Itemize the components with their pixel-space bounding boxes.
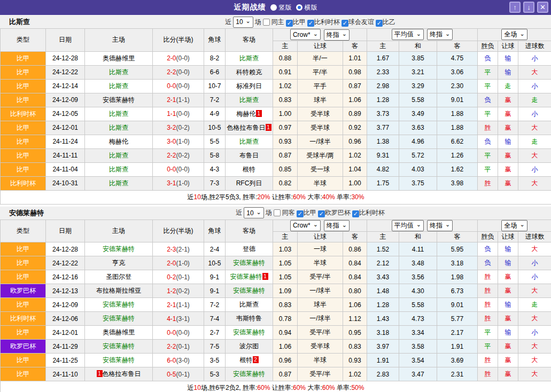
result-cell: 平 — [478, 340, 498, 354]
radio-icon-horizontal[interactable] — [296, 4, 302, 11]
league-type-cell: 比甲 — [1, 65, 46, 79]
score-cell: 0-0(0-0) — [153, 162, 204, 176]
away-team: 比斯查 — [226, 135, 273, 148]
league-checkbox[interactable]: ✓ — [342, 20, 348, 27]
move-down-button[interactable]: ↓ — [523, 2, 534, 13]
home-team-name: 色格拉布鲁日 — [103, 370, 141, 378]
away-team-name: 布鲁日 — [239, 152, 259, 159]
handicap-odds-cell: 一/球半 — [298, 135, 343, 148]
home-team: 梅赫伦 — [85, 135, 153, 148]
score-cell: 3-0(1-0) — [153, 135, 204, 148]
europe-odds-cell: 3.85 — [399, 51, 437, 65]
filter-controls: 近10⌄场 同客✓比甲✓欧罗巴杯✓比利时杯 — [236, 207, 385, 218]
final-odds-select[interactable]: 终指⌄ — [324, 29, 350, 41]
match-date: 24-10-31 — [46, 176, 85, 190]
same-venue-checkbox[interactable] — [263, 19, 270, 26]
home-team-name: 梅赫伦 — [109, 138, 128, 145]
close-button[interactable]: ✕ — [537, 2, 548, 13]
home-team: 比斯查 — [85, 176, 153, 190]
fulltime-score: 2-0 — [167, 54, 176, 62]
move-up-button[interactable]: ↑ — [509, 2, 521, 13]
handicap-odds-cell: 0.80 — [343, 284, 367, 298]
result-cell: 赢 — [498, 284, 518, 298]
bookmaker-select[interactable]: Crow*⌄ — [290, 220, 321, 231]
result-cell: 胜 — [478, 176, 498, 190]
corners-cell: 7-3 — [204, 176, 226, 190]
handicap-odds-cell: 1.05 — [273, 256, 298, 270]
summary-segment: 60% — [257, 384, 270, 391]
header-row-groups: 类型日期主场比分(半场)角球客场Crow*⌄终指⌄平均值⌄终指⌄全场⌄ — [1, 219, 551, 232]
league-filter: ✓比乙 — [376, 18, 395, 27]
europe-odds-cell: 9.31 — [367, 148, 399, 162]
handicap-odds-cell: 1.00 — [343, 176, 367, 190]
average-odds-select[interactable]: 平均值⌄ — [392, 220, 424, 231]
sub-column-header: 让球 — [498, 232, 518, 242]
europe-odds-cell: 6.73 — [437, 284, 478, 298]
summary-segment: 10 — [194, 193, 201, 201]
europe-odds-cell: 4.75 — [437, 51, 478, 65]
red-card-badge: 2 — [253, 356, 259, 363]
final-odds-select-2[interactable]: 终指⌄ — [427, 220, 453, 231]
home-team: 比斯查 — [85, 79, 153, 93]
handicap-odds-cell: 球半 — [298, 93, 343, 107]
average-odds-select[interactable]: 平均值⌄ — [392, 29, 424, 40]
handicap-odds-cell: 0.94 — [273, 326, 298, 340]
bookmaker-select[interactable]: Crow*⌄ — [290, 29, 321, 40]
fulltime-select[interactable]: 全场⌄ — [501, 220, 527, 231]
sub-column-header: 主 — [273, 232, 298, 242]
match-row: 比甲24-12-09安德莱赫特2-1(1-1)7-2比斯查0.83球半1.061… — [1, 93, 551, 107]
result-cell: 赢 — [498, 176, 518, 190]
layout-radio-horizontal[interactable]: 横版 — [296, 3, 317, 12]
halftime-score: (1-1) — [176, 301, 190, 309]
away-team-name: 安德莱赫特 — [233, 328, 265, 336]
result-cell: 平 — [478, 162, 498, 176]
match-row: 比甲24-12-28安德莱赫特2-3(2-1)2-4登德1.03一球0.861.… — [1, 242, 551, 256]
result-cell: 胜 — [478, 270, 498, 284]
league-label: 欧罗巴杯 — [325, 209, 351, 216]
result-cell: 小 — [518, 162, 551, 176]
summary-segment: 场,胜6平2负2, 胜率: — [201, 384, 257, 391]
halftime-score: (3-1) — [176, 315, 190, 323]
fulltime-select[interactable]: 全场⌄ — [501, 29, 527, 40]
fulltime-score: 3-0 — [167, 138, 176, 145]
league-label: 比甲 — [304, 209, 316, 216]
league-checkbox[interactable]: ✓ — [352, 210, 359, 217]
away-team-name: 比斯查 — [239, 96, 259, 104]
handicap-odds-cell: 半球 — [298, 176, 343, 190]
recent-count-select[interactable]: 10⌄ — [233, 17, 253, 28]
europe-odds-cell: 1.28 — [367, 93, 399, 107]
score-cell: 0-5(0-1) — [153, 367, 204, 381]
europe-odds-cell: 5.72 — [399, 148, 437, 162]
final-odds-select[interactable]: 终指⌄ — [324, 220, 350, 231]
league-type-cell: 比甲 — [1, 354, 46, 367]
europe-odds-cell: 4.30 — [399, 284, 437, 298]
away-team: 安德莱赫特 — [226, 256, 273, 270]
away-team-name: 比斯查 — [239, 138, 259, 145]
sub-column-header: 客 — [437, 232, 478, 242]
final-odds-select-2[interactable]: 终指⌄ — [427, 29, 453, 40]
recent-count-select[interactable]: 10⌄ — [244, 207, 264, 218]
europe-odds-cell: 1.28 — [367, 298, 399, 312]
league-checkbox[interactable]: ✓ — [297, 210, 304, 217]
summary-segment: 单率: — [335, 384, 352, 391]
home-team: 安德莱赫特 — [85, 298, 153, 312]
away-team-name: 波尔图 — [239, 342, 259, 350]
radio-icon-vertical[interactable] — [270, 4, 277, 11]
column-header: 类型 — [1, 29, 46, 52]
league-checkbox[interactable]: ✓ — [286, 20, 293, 27]
layout-radio-vertical[interactable]: 竖版 — [270, 3, 292, 12]
handicap-odds-cell: 受球半/两 — [298, 148, 343, 162]
match-row: 比甲24-12-28奥德赫维里2-0(0-0)8-2比斯查0.88半/一1.01… — [1, 51, 551, 65]
league-checkbox[interactable]: ✓ — [376, 20, 383, 27]
fulltime-score: 2-0 — [167, 260, 176, 267]
result-cell: 输 — [498, 298, 518, 312]
match-date: 24-12-16 — [46, 270, 85, 284]
league-checkbox[interactable]: ✓ — [318, 210, 325, 217]
result-cell: 大 — [518, 367, 551, 381]
league-checkbox[interactable]: ✓ — [307, 20, 314, 27]
home-team-name: 亨克 — [112, 259, 125, 266]
europe-odds-cell: 4.82 — [367, 162, 399, 176]
same-venue-checkbox[interactable] — [274, 209, 281, 216]
halftime-score: (1-0) — [176, 179, 190, 187]
result-cell: 大 — [518, 284, 551, 298]
